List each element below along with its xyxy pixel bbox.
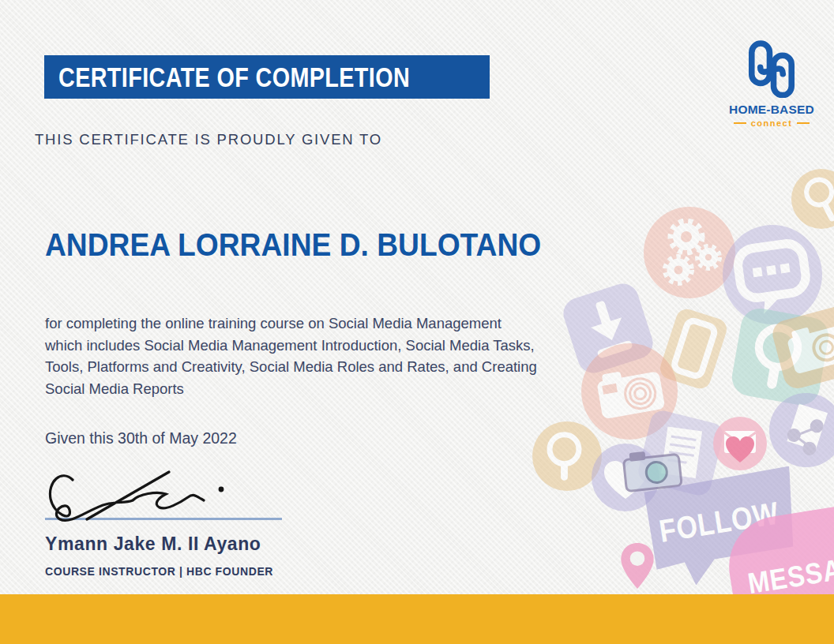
signer-name: Ymann Jake M. II Ayano [45,534,261,555]
body-line: for completing the online training cours… [45,313,537,335]
mail-heart-icon [713,417,767,470]
body-line: which includes Social Media Management I… [45,335,537,357]
logo-dash-right [797,122,810,124]
bottom-accent-bar [0,594,834,644]
signature-scrawl [41,467,246,530]
camera-icon [618,443,687,498]
body-line: Tools, Platforms and Creativity, Social … [45,356,537,378]
search-icon [729,305,832,408]
document-icon [636,408,726,498]
title-banner: CERTIFICATE OF COMPLETION [44,55,490,99]
heart-icon [592,444,659,511]
certificate-canvas: FOLLOW MESSAGE CERTIFICATE OF COMPLETION… [0,0,834,644]
logo-subbrand-text: connect [751,118,793,128]
download-icon [559,279,656,376]
brand-logo: HOME-BASED connect [716,39,827,128]
logo-subbrand-row: connect [716,118,827,128]
follow-label: FOLLOW [657,495,782,549]
follow-banner: FOLLOW [640,466,800,590]
location-pin-icon [619,541,656,593]
search-icon [532,421,602,491]
certificate-body: for completing the online training cours… [45,313,537,399]
body-line: Social Media Reports [45,378,537,400]
share-icon [769,393,834,467]
search-icon [791,169,834,229]
camera-icon [769,303,834,391]
date-line: Given this 30th of May 2022 [45,429,237,447]
logo-dash-left [734,122,746,124]
logo-brand-text: HOME-BASED [716,103,827,117]
camera-icon [581,343,678,440]
signer-title: COURSE INSTRUCTOR | HBC FOUNDER [45,565,273,578]
banner-title: CERTIFICATE OF COMPLETION [44,62,410,93]
recipient-name: ANDREA LORRAINE D. BULOTANO [45,227,541,263]
phone-frame-icon [657,306,729,391]
certificate-tagline: THIS CERTIFICATE IS PROUDLY GIVEN TO [35,131,382,148]
chat-bubble-icon [723,225,822,324]
home-based-logo-icon [746,39,797,98]
gears-icon [644,207,735,298]
